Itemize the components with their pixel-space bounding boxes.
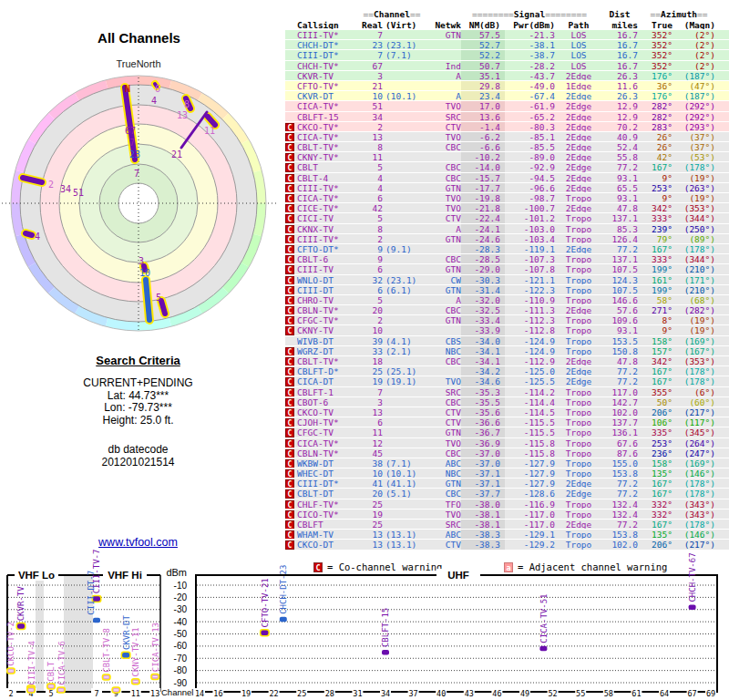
- channel-tick-label: 67: [687, 689, 696, 698]
- table-row: CFTO-TV*2129.8-49.01Edge11.636°(47°): [285, 81, 729, 91]
- station-marker-label: CKNY-TV-11: [131, 627, 140, 676]
- table-row: CCBLT-69CBC-28.5-107.3Tropo137.1333°(344…: [285, 254, 729, 264]
- table-cell: (37°): [673, 132, 718, 141]
- table-row: CIII-TV*7GTN57.5-21.3LOS16.7352°(2°): [285, 30, 729, 40]
- table-cell: 167°: [640, 376, 673, 386]
- table-cell: C: [285, 305, 297, 314]
- dbm-axis-title: dBm: [166, 567, 187, 578]
- table-cell: GTN: [425, 183, 461, 192]
- table-cell: [383, 315, 425, 324]
- channel-tick-label: 14: [195, 689, 204, 698]
- co-channel-warning-icon: C: [285, 520, 294, 529]
- table-cell: C: [285, 234, 297, 243]
- table-cell: CIII-DT: [297, 285, 359, 294]
- table-cell: 67.6: [598, 438, 640, 448]
- table-cell: 2Edge: [560, 183, 598, 192]
- table-cell: WHEC-DT: [297, 468, 359, 478]
- table-cell: -6.2: [461, 132, 505, 141]
- station-marker: [539, 646, 547, 652]
- channel-tick-label: 31: [353, 689, 362, 698]
- table-cell: [425, 244, 461, 253]
- table-cell: 2Edge: [560, 305, 598, 314]
- co-channel-warning-icon: C: [285, 204, 294, 212]
- table-cell: CBLFT-15: [297, 112, 359, 121]
- radar-channel-label: 67: [125, 126, 136, 136]
- table-cell: 167°: [640, 489, 673, 498]
- table-cell: Tropo: [560, 275, 598, 284]
- table-cell: [383, 224, 425, 233]
- station-marker-label: CBLFT-15: [382, 608, 391, 647]
- table-cell: 2Edge: [560, 112, 598, 121]
- table-cell: -98.7: [505, 193, 560, 202]
- table-cell: (23.1): [383, 40, 425, 49]
- table-cell: CICI-TV: [297, 213, 359, 222]
- table-cell: CBLFT-1: [297, 387, 359, 396]
- table-cell: 132.4: [598, 510, 640, 519]
- table-cell: 26°: [640, 132, 673, 141]
- table-cell: -100.7: [505, 203, 560, 212]
- table-cell: Tropo: [560, 213, 598, 222]
- table-cell: 50.7: [461, 61, 505, 70]
- radar-channel-label: 7: [129, 138, 135, 148]
- co-channel-warning-icon: C: [285, 469, 294, 478]
- table-cell: 41: [359, 479, 383, 488]
- table-cell: 253°: [640, 438, 673, 448]
- table-cell: 2Edge: [560, 173, 598, 182]
- table-cell: (146°): [673, 468, 718, 478]
- table-cell: 13: [359, 132, 383, 141]
- table-cell: [383, 438, 425, 448]
- table-cell: -15.7: [461, 173, 505, 182]
- table-cell: -17.7: [461, 183, 505, 192]
- table-cell: 9°: [640, 173, 673, 182]
- table-cell: CIII-TV*: [297, 183, 359, 192]
- table-cell: 137.1: [598, 213, 640, 222]
- table-cell: 2Edge: [560, 356, 598, 365]
- station-marker: [382, 650, 389, 655]
- channel-tick-label: 52: [548, 689, 557, 698]
- latitude-value: Lat: 44.73***: [27, 390, 249, 403]
- table-cell: [383, 142, 425, 151]
- table-cell: -115.8: [505, 448, 560, 458]
- table-cell: 8°: [640, 315, 673, 324]
- table-row: CCBLN-TV*20CBC-32.5-111.32Edge57.6271°(2…: [285, 305, 729, 315]
- table-cell: 20: [359, 489, 383, 498]
- table-cell: 12: [359, 438, 383, 448]
- table-cell: (53°): [673, 152, 718, 161]
- table-row: CWHEC-DT10(10.1)NBC-37.1-127.9Tropo153.8…: [285, 468, 729, 479]
- table-cell: (37°): [673, 142, 718, 151]
- table-row: CWNLO-DT32(23.1)CW-30.3-121.1Tropo124.31…: [285, 275, 729, 285]
- radar-channel-label: 4: [151, 96, 157, 106]
- table-cell: (10.1): [383, 91, 425, 100]
- table-cell: CBLT-TV*: [297, 142, 359, 151]
- table-row: CCBLFT-D*25(25.1)-34.2-125.02Edge77.2167…: [285, 366, 729, 376]
- table-cell: 6: [359, 285, 383, 294]
- table-cell: C: [285, 264, 297, 273]
- search-mode: CURRENT+PENDING: [27, 377, 249, 390]
- table-cell: C: [285, 183, 297, 192]
- table-cell: 342°: [640, 356, 673, 365]
- table-cell: CBLT: [297, 162, 359, 171]
- table-cell: 11: [359, 152, 383, 161]
- table-cell: -117.0: [505, 520, 560, 529]
- table-cell: -37.7: [461, 489, 505, 498]
- table-cell: 7: [359, 50, 383, 59]
- table-cell: LOS: [560, 30, 598, 39]
- table-cell: [383, 30, 425, 39]
- table-cell: Tropo: [560, 295, 598, 304]
- table-cell: 26.3: [598, 71, 640, 80]
- table-cell: CBC: [425, 142, 461, 151]
- table-cell: TFO: [425, 499, 461, 509]
- table-cell: GTN: [425, 30, 461, 39]
- table-cell: -67.4: [505, 91, 560, 100]
- table-cell: -103.0: [505, 224, 560, 233]
- table-cell: -115.8: [505, 438, 560, 448]
- table-cell: -36.6: [461, 417, 505, 427]
- table-cell: -127.9: [505, 458, 560, 468]
- table-cell: -36.9: [461, 438, 505, 448]
- table-cell: TVO: [425, 193, 461, 202]
- table-cell: 93.1: [598, 325, 640, 335]
- table-cell: Tropo: [560, 417, 598, 427]
- radar-station-marker: [146, 280, 149, 320]
- radar-channel-label: 5: [156, 293, 161, 303]
- table-row: CWKBW-DT38(7.1)ABC-37.0-127.9Tropo155.01…: [285, 458, 729, 468]
